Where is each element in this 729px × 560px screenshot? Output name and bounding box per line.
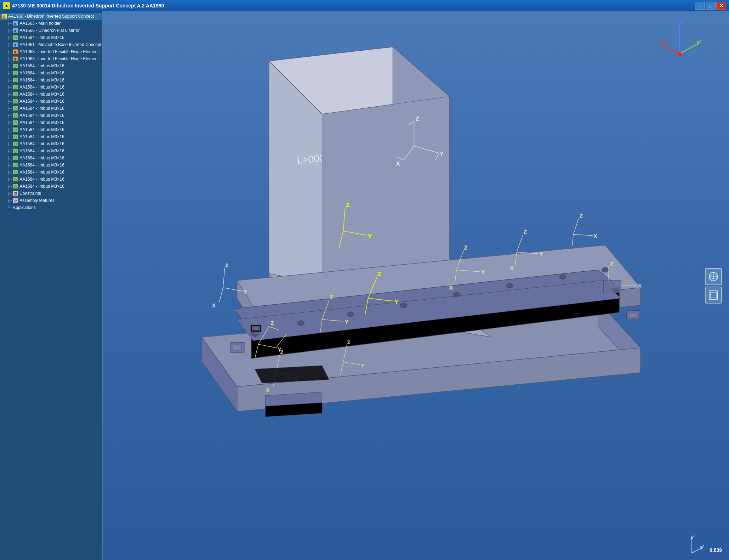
tree-item-label: Assembly features <box>19 198 55 203</box>
tree-item-item3[interactable]: ├─⬡AA1584 - Imbus M3×16 <box>0 34 102 41</box>
tree-item-item23[interactable]: ├─⬡AA1584 - Imbus M3×16 <box>0 176 102 183</box>
tree-item-item4[interactable]: ├─◧AA1961 - Moveable Base Inverted Conce… <box>0 41 102 48</box>
tree-connector: ├─ <box>7 107 12 111</box>
tree-connector: ├─ <box>7 185 12 188</box>
tree-connector: ├─ <box>7 92 12 96</box>
tree-item-item8[interactable]: ├─⬡AA1584 - Imbus M3×16 <box>0 69 102 77</box>
scale-indicator: 0.839 <box>710 547 722 553</box>
tree-item-item1[interactable]: ├─◧AA1563 - Main holder <box>0 20 102 27</box>
tree-connector: ├─ <box>7 114 12 118</box>
tree-icon-bolt: ⬡ <box>13 155 18 160</box>
titlebar-buttons: ─ □ ✕ <box>695 2 726 10</box>
coordinate-axes: Z Y X <box>658 18 701 61</box>
tree-connector: ├─ <box>7 78 12 82</box>
svg-text:Z: Z <box>348 340 350 345</box>
svg-text:X: X <box>660 39 663 45</box>
tree-item-item16[interactable]: ├─⬡AA1584 - Imbus M3×16 <box>0 126 102 133</box>
bottom-right-axes-indicator: Z Y <box>679 533 701 555</box>
tree-item-item9[interactable]: ├─⬡AA1584 - Imbus M3×16 <box>0 77 102 84</box>
tree-icon-bolt: ⬡ <box>13 106 18 111</box>
tree-item-item14[interactable]: ├─⬡AA1584 - Imbus M3×16 <box>0 112 102 119</box>
tree-item-item2[interactable]: ├─◧AA1566 - Dihedron Flat L Mirror <box>0 27 102 34</box>
app-icon: ■ <box>3 2 10 9</box>
tree-item-item12[interactable]: ├─⬡AA1584 - Imbus M3×16 <box>0 98 102 105</box>
svg-text:X: X <box>449 285 453 290</box>
tree-item-item18[interactable]: ├─⬡AA1584 - Imbus M3×16 <box>0 140 102 147</box>
svg-rect-105 <box>233 345 241 350</box>
tree-item-item10[interactable]: ├─⬡AA1584 - Imbus M3×16 <box>0 84 102 91</box>
svg-rect-107 <box>629 313 637 317</box>
tree-item-item15[interactable]: ├─⬡AA1584 - Imbus M3×16 <box>0 119 102 126</box>
svg-line-111 <box>679 43 699 54</box>
svg-text:Z: Z <box>416 116 419 121</box>
svg-point-93 <box>602 267 609 272</box>
tree-item-label: AA1566 - Dihedron Flat L Mirror <box>19 28 80 33</box>
model-3d-view: L>0009 <box>103 11 729 560</box>
close-button[interactable]: ✕ <box>716 2 726 10</box>
main-layout: ⊞AA1960 - Dihedron Inverted Support Conc… <box>0 11 729 560</box>
svg-text:Z: Z <box>280 350 283 355</box>
tree-icon-part: ◧ <box>13 21 18 26</box>
tree-item-label: AA1584 - Imbus M3×16 <box>19 127 64 132</box>
tree-icon-bolt: ⬡ <box>13 120 18 125</box>
tree-item-applications[interactable]: └─Applications <box>0 204 102 211</box>
tree-icon-bolt: ⬡ <box>13 148 18 153</box>
tree-connector: ├─ <box>7 57 12 61</box>
tree-item-item11[interactable]: ├─⬡AA1584 - Imbus M3×16 <box>0 91 102 98</box>
tree-icon-bolt: ⬡ <box>13 127 18 132</box>
svg-text:X: X <box>638 283 641 288</box>
tree-item-item22[interactable]: ├─⬡AA1584 - Imbus M3×16 <box>0 169 102 176</box>
svg-point-91 <box>506 283 513 288</box>
svg-text:Z: Z <box>680 19 684 25</box>
tree-connector: ├─ <box>7 177 12 181</box>
tree-item-label: AA1584 - Imbus M3×16 <box>19 163 64 168</box>
svg-text:Y: Y <box>699 38 701 44</box>
svg-text:Y: Y <box>361 363 364 368</box>
orthographic-view-button[interactable] <box>705 287 722 304</box>
tree-icon-part: ◧ <box>13 42 18 47</box>
svg-text:Y: Y <box>345 319 349 325</box>
tree-item-item6[interactable]: ├─◧AA1963 - Inverted Flexible Hinge Elem… <box>0 55 102 62</box>
tree-connector: ├─ <box>7 156 12 160</box>
tree-icon-part-orange: ◧ <box>13 49 18 54</box>
tree-connector: ├─ <box>7 121 12 125</box>
tree-item-item5[interactable]: ├─◧AA1963 - Inverted Flexible Hinge Elem… <box>0 48 102 55</box>
tree-item-label: AA1584 - Imbus M3×16 <box>19 141 64 146</box>
tree-item-constraints[interactable]: ├─☲Constraints <box>0 190 102 197</box>
restore-button[interactable]: □ <box>706 2 716 10</box>
tree-connector: ├─ <box>7 71 12 75</box>
tree-item-item21[interactable]: ├─⬡AA1584 - Imbus M3×16 <box>0 162 102 169</box>
svg-rect-94 <box>603 281 621 293</box>
minimize-button[interactable]: ─ <box>695 2 705 10</box>
svg-text:Y: Y <box>481 270 485 275</box>
tree-icon-part: ◧ <box>13 28 18 33</box>
tree-connector: └─ <box>7 206 12 210</box>
tree-item-label: AA1584 - Imbus M3×16 <box>19 85 64 90</box>
tree-item-item13[interactable]: ├─⬡AA1584 - Imbus M3×16 <box>0 105 102 112</box>
svg-line-114 <box>663 45 679 54</box>
svg-point-89 <box>400 303 407 308</box>
viewport-3d[interactable]: L>0009 <box>103 11 729 560</box>
tree-item-label: AA1584 - Imbus M3×16 <box>19 155 64 160</box>
perspective-view-button[interactable] <box>705 268 722 285</box>
tree-item-features[interactable]: ├─⚙Assembly features <box>0 197 102 204</box>
tree-icon-bolt: ⬡ <box>13 85 18 90</box>
tree-item-label: AA1584 - Imbus M3×16 <box>19 170 64 175</box>
tree-item-item17[interactable]: ├─⬡AA1584 - Imbus M3×16 <box>0 133 102 140</box>
tree-panel[interactable]: ⊞AA1960 - Dihedron Inverted Support Conc… <box>0 11 103 560</box>
tree-connector: ├─ <box>7 163 12 167</box>
tree-item-item20[interactable]: ├─⬡AA1584 - Imbus M3×16 <box>0 154 102 162</box>
svg-rect-123 <box>711 292 716 298</box>
tree-item-item24[interactable]: ├─⬡AA1584 - Imbus M3×16 <box>0 183 102 190</box>
svg-point-90 <box>453 292 460 297</box>
tree-item-item19[interactable]: ├─⬡AA1584 - Imbus M3×16 <box>0 147 102 154</box>
tree-item-label: AA1584 - Imbus M3×16 <box>19 184 64 189</box>
svg-text:Z: Z <box>464 245 467 250</box>
tree-item-label: AA1584 - Imbus M3×16 <box>19 92 64 97</box>
tree-icon-bolt: ⬡ <box>13 177 18 182</box>
tree-item-item7[interactable]: ├─⬡AA1584 - Imbus M3×16 <box>0 62 102 69</box>
tree-item-label: AA1584 - Imbus M3×16 <box>19 148 64 153</box>
svg-text:Y: Y <box>395 299 398 305</box>
tree-item-root[interactable]: ⊞AA1960 - Dihedron Inverted Support Conc… <box>0 13 102 20</box>
tree-connector: ├─ <box>7 22 12 26</box>
